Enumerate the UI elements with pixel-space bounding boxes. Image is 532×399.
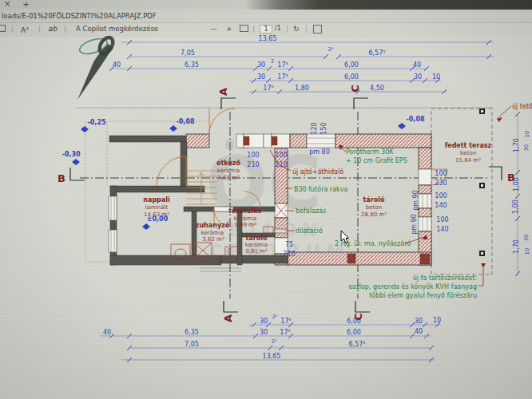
separator: | xyxy=(11,25,14,33)
zoom-out-button[interactable]: — xyxy=(210,25,217,33)
text-size-icon[interactable]: Aa xyxy=(21,25,29,34)
monitor-photo: × + loads/E-01%20FÖLDSZINTI%20ALAPRAJZ.P… xyxy=(0,0,532,399)
new-tab-icon[interactable]: + xyxy=(22,0,30,10)
separator: | xyxy=(38,25,41,33)
pdf-page[interactable] xyxy=(0,37,532,399)
fit-page-icon[interactable] xyxy=(240,25,248,34)
separator: | xyxy=(286,25,288,33)
separator: | xyxy=(64,25,66,33)
zoom-in-button[interactable]: + xyxy=(226,25,232,33)
separator: | xyxy=(252,25,255,33)
save-icon[interactable] xyxy=(313,25,322,35)
tab-close-icon[interactable]: × xyxy=(4,0,10,8)
address-url: loads/E-01%20FÖLDSZINTI%20ALAPRAJZ.PDF xyxy=(2,12,157,20)
toc-icon[interactable] xyxy=(0,25,6,34)
browser-tab-bar: × + xyxy=(0,0,532,10)
read-aloud-icon[interactable]: ab xyxy=(48,25,57,33)
page-number-input[interactable]: 1 xyxy=(260,25,272,34)
copilot-button[interactable]: A Copilot megkérdezése xyxy=(76,25,158,33)
page-count-label: /1 xyxy=(275,25,281,32)
pdf-toolbar: | Aa | ab | A Copilot megkérdezése — + |… xyxy=(0,23,532,38)
rotate-icon[interactable]: ↻ xyxy=(293,25,300,33)
address-bar[interactable]: loads/E-01%20FÖLDSZINTI%20ALAPRAJZ.PDF xyxy=(0,10,532,23)
separator: | xyxy=(305,25,308,33)
